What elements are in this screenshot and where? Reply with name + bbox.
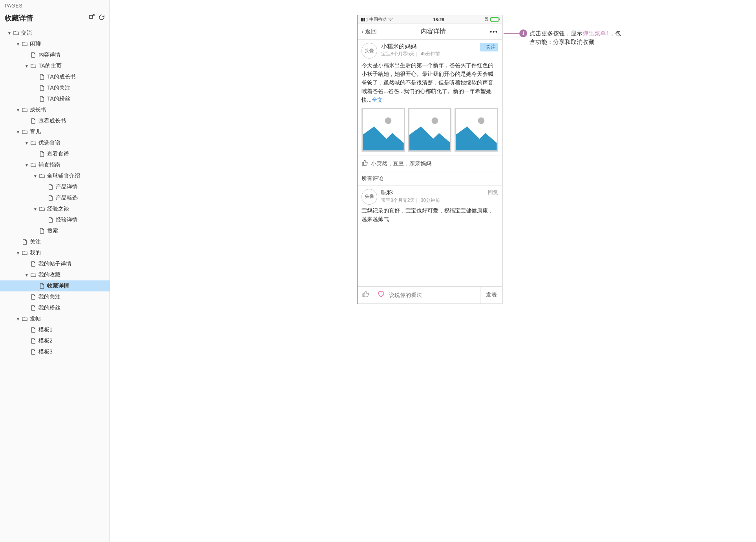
post: 头像 小糯米的妈妈 宝宝8个月零5天｜ 45分钟前 +关注 今天是小糯米出生后的…	[358, 40, 502, 156]
alarm-icon	[484, 17, 489, 22]
tree-page[interactable]: TA的成长书	[0, 71, 110, 82]
page-icon	[30, 118, 37, 124]
comment-meta: 宝宝8个月零2天｜ 30分钟前	[381, 197, 484, 204]
tree-page[interactable]: 产品详情	[0, 181, 110, 192]
tree-folder[interactable]: ▼育儿	[0, 126, 110, 137]
expand-toggle-icon[interactable]: ▼	[24, 64, 30, 68]
tree-label: 全球辅食介绍	[47, 172, 106, 179]
tree-page[interactable]: 关注	[0, 236, 110, 247]
tree-label: 优选食谱	[38, 139, 106, 146]
tree-label: 经验详情	[56, 216, 106, 223]
tree-page[interactable]: 经验详情	[0, 214, 110, 225]
send-button[interactable]: 发表	[480, 287, 502, 304]
avatar[interactable]: 头像	[362, 43, 377, 59]
pages-header: PAGES	[0, 0, 110, 11]
folder-icon	[13, 30, 20, 36]
annotation: 1 点击更多按钮，显示弹出菜单1，包含功能：分享和取消收藏	[504, 29, 624, 46]
folder-icon	[30, 272, 37, 278]
tree-page[interactable]: 内容详情	[0, 49, 110, 60]
battery-icon	[490, 17, 499, 22]
tree-page[interactable]: 我的关注	[0, 291, 110, 302]
tree-folder[interactable]: ▼经验之谈	[0, 203, 110, 214]
folder-icon	[38, 206, 46, 212]
tree-page[interactable]: 查看食谱	[0, 148, 110, 159]
tree-folder[interactable]: ▼全球辅食介绍	[0, 170, 110, 181]
page-icon	[38, 228, 46, 234]
back-button[interactable]: ‹ 返回	[362, 28, 377, 35]
page-title-row: 收藏详情	[0, 11, 110, 27]
annotation-badge: 1	[519, 29, 527, 37]
tree-page[interactable]: 查看成长书	[0, 115, 110, 126]
tree-label: 闲聊	[30, 40, 106, 48]
tree-folder[interactable]: ▼辅食指南	[0, 159, 110, 170]
expand-toggle-icon[interactable]: ▼	[15, 317, 21, 321]
expand-toggle-icon[interactable]: ▼	[24, 141, 30, 145]
refresh-icon[interactable]	[99, 14, 105, 22]
phone-mockup: ▮▮▯ 中国移动 18:28 ‹ 返回	[357, 15, 502, 304]
tree-folder[interactable]: ▼我的收藏	[0, 269, 110, 280]
annotation-link[interactable]: 弹出菜单1	[583, 30, 609, 37]
tree-folder[interactable]: ▼TA的主页	[0, 60, 110, 71]
tree-page[interactable]: 模板3	[0, 346, 110, 357]
tree-folder[interactable]: ▼我的	[0, 247, 110, 258]
page-icon	[47, 217, 54, 223]
annotation-line	[504, 33, 519, 34]
page-icon	[38, 96, 46, 102]
avatar[interactable]: 头像	[362, 189, 377, 205]
image-placeholder[interactable]	[362, 108, 405, 152]
page-icon	[30, 261, 37, 267]
tree-page[interactable]: TA的关注	[0, 82, 110, 93]
tree-page[interactable]: 我的帖子详情	[0, 258, 110, 269]
tree-folder[interactable]: ▼成长书	[0, 104, 110, 115]
follow-button[interactable]: +关注	[480, 43, 498, 51]
tree-label: TA的主页	[38, 62, 106, 70]
tree-label: 模板2	[38, 337, 106, 344]
post-author[interactable]: 小糯米的妈妈	[381, 43, 476, 50]
tree-folder[interactable]: ▼交流	[0, 27, 110, 38]
comment-author[interactable]: 昵称	[381, 189, 484, 196]
expand-toggle-icon[interactable]: ▼	[15, 108, 21, 112]
tree-label: 成长书	[30, 106, 106, 114]
comments-header: 所有评论	[358, 172, 502, 186]
expand-toggle-icon[interactable]: ▼	[15, 42, 21, 46]
image-placeholder[interactable]	[455, 108, 498, 152]
tree-page[interactable]: 收藏详情	[0, 280, 110, 291]
page-icon	[30, 327, 37, 333]
expand-toggle-icon[interactable]: ▼	[32, 174, 38, 178]
page-icon	[38, 74, 46, 80]
tree-page[interactable]: 我的粉丝	[0, 302, 110, 313]
svg-point-0	[390, 20, 391, 21]
tree-label: 收藏详情	[47, 282, 106, 289]
tree-page[interactable]: 模板1	[0, 324, 110, 335]
tree-page[interactable]: 模板2	[0, 335, 110, 346]
thumbs-up-icon[interactable]	[362, 160, 368, 168]
expand-toggle-icon[interactable]: ▼	[15, 251, 21, 255]
comment-input[interactable]	[389, 292, 480, 298]
page-icon	[47, 184, 54, 190]
nav-bar: ‹ 返回 内容详情 •••	[358, 24, 502, 40]
reply-button[interactable]: 回复	[488, 189, 498, 196]
heart-icon[interactable]	[373, 291, 389, 300]
image-placeholder[interactable]	[408, 108, 452, 152]
post-images	[362, 108, 498, 152]
thumbs-up-icon[interactable]	[358, 291, 373, 300]
expand-toggle-icon[interactable]: ▼	[24, 163, 30, 167]
carrier-label: 中国移动	[369, 16, 387, 22]
tree-folder[interactable]: ▼闲聊	[0, 38, 110, 49]
expand-toggle-icon[interactable]: ▼	[32, 207, 38, 211]
tree-folder[interactable]: ▼发帖	[0, 313, 110, 324]
tree-label: TA的关注	[47, 84, 106, 92]
expand-toggle-icon[interactable]: ▼	[24, 273, 30, 277]
export-icon[interactable]	[88, 14, 95, 22]
tree-page[interactable]: 产品筛选	[0, 192, 110, 203]
wifi-icon	[388, 17, 393, 22]
more-button[interactable]: •••	[490, 29, 498, 35]
post-body: 今天是小糯米出生后的第一个新年，爸爸买了件红色的小袄子给她，她很开心。最让我们开…	[362, 61, 498, 104]
expand-text-link[interactable]: 全文	[372, 97, 383, 103]
tree-folder[interactable]: ▼优选食谱	[0, 137, 110, 148]
tree-page[interactable]: TA的粉丝	[0, 93, 110, 104]
expand-toggle-icon[interactable]: ▼	[15, 130, 21, 134]
chevron-left-icon: ‹	[362, 28, 365, 35]
tree-page[interactable]: 搜索	[0, 225, 110, 236]
expand-toggle-icon[interactable]: ▼	[6, 31, 13, 35]
